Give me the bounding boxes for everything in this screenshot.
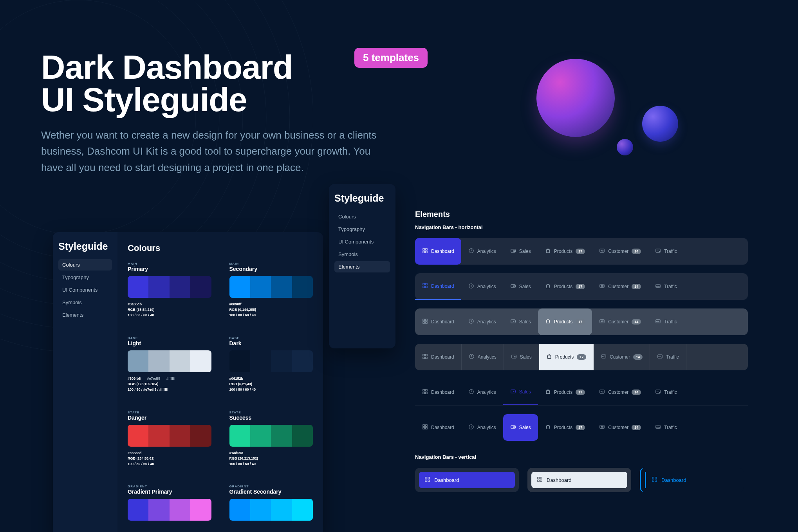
nav-dashboard[interactable]: Dashboard [531,472,627,488]
sidebar-item-symbols[interactable]: Symbols [58,297,112,308]
nav-sales[interactable]: Sales [503,273,538,300]
swatch [170,425,190,447]
sidebar-item-colours[interactable]: Colours [334,211,390,222]
svg-rect-29 [426,322,427,323]
colour-swatches [128,425,211,447]
colour-kicker: BASE [128,336,211,340]
nav-analytics[interactable]: Analytics [461,379,503,405]
colours-heading: Colours [128,243,313,253]
user-icon [601,353,607,361]
svg-point-64 [601,426,602,427]
colour-swatches [229,425,313,447]
colour-name: Danger [128,415,211,421]
sidebar-item-symbols[interactable]: Symbols [334,249,390,260]
nav-customer[interactable]: Customer14 [592,379,648,405]
nav-sales[interactable]: Sales [503,414,538,441]
svg-rect-6 [423,249,424,250]
nav-customer[interactable]: Customer14 [592,273,648,300]
clock-icon [468,424,474,431]
colour-block: BASE Dark #06152bRGB (6,21,43)100 / 80 /… [229,336,313,393]
nav-traffic[interactable]: Traffic [648,379,684,405]
swatch [128,276,148,298]
nav-label: Products [554,249,572,254]
window-styleguide-colours: Styleguide Colours Typography UI Compone… [53,232,323,532]
svg-rect-18 [423,286,424,288]
clock-icon [468,283,474,290]
svg-rect-68 [425,480,427,482]
svg-rect-69 [428,480,430,482]
swatch [271,499,292,521]
sidebar-item-typography[interactable]: Typography [58,272,112,283]
colour-kicker: BASE [229,336,313,340]
sidebar-title: Styleguide [58,241,112,252]
nav-dashboard[interactable]: Dashboard [419,472,515,488]
nav-label: Customer [608,284,628,289]
nav-label: Products [554,319,572,325]
nav-dashboard[interactable]: Dashboard [645,472,740,488]
nav-products[interactable]: Products17 [538,308,592,335]
sidebar-item-typography[interactable]: Typography [334,224,390,235]
grid-icon [422,283,428,290]
nav-analytics[interactable]: Analytics [461,308,503,335]
grid-icon [652,476,657,483]
nav-dashboard[interactable]: Dashboard [415,414,461,441]
page-description: Wether you want to create a new design f… [41,127,386,176]
colour-kicker: MAIN [128,262,211,265]
nav-customer[interactable]: Customer14 [594,344,650,370]
clock-icon [468,318,474,325]
nav-traffic[interactable]: Traffic [648,308,684,335]
count-badge: 14 [633,354,643,360]
svg-rect-21 [511,285,515,288]
svg-rect-27 [426,319,427,321]
nav-products[interactable]: Products17 [538,273,592,300]
svg-rect-43 [601,355,606,358]
nav-analytics[interactable]: Analytics [461,238,503,265]
nav-sales[interactable]: Sales [504,344,539,370]
nav-customer[interactable]: Customer14 [592,238,648,265]
sidebar-item-ui-components[interactable]: UI Components [334,236,390,247]
nav-dashboard[interactable]: Dashboard [415,379,461,405]
nav-analytics[interactable]: Analytics [461,414,503,441]
nav-dashboard[interactable]: Dashboard [415,308,461,335]
nav-dashboard[interactable]: Dashboard [415,273,461,300]
svg-rect-12 [514,251,515,252]
navbar-horizontal: Dashboard Analytics Sales Products17 Cus… [415,414,748,441]
nav-label: Dashboard [431,249,454,254]
svg-rect-25 [656,284,660,288]
swatch [148,425,169,447]
nav-products[interactable]: Products17 [539,344,594,370]
nav-traffic[interactable]: Traffic [648,414,684,441]
nav-products[interactable]: Products17 [538,238,592,265]
svg-rect-32 [514,321,515,322]
nav-analytics[interactable]: Analytics [462,344,504,370]
nav-traffic[interactable]: Traffic [648,273,684,300]
nav-traffic[interactable]: Traffic [648,238,684,265]
nav-dashboard[interactable]: Dashboard [415,344,462,370]
nav-traffic[interactable]: Traffic [650,344,686,370]
nav-label: Dashboard [431,425,454,430]
nav-products[interactable]: Products17 [538,379,592,405]
nav-analytics[interactable]: Analytics [461,273,503,300]
nav-label: Traffic [664,249,677,254]
nav-label: Products [554,425,572,430]
sidebar-item-ui-components[interactable]: UI Components [58,284,112,296]
nav-label: Products [554,390,572,395]
colour-block: MAIN Primary #3a36dbRGB (58,54,219)100 /… [128,262,211,318]
nav-customer[interactable]: Customer14 [592,414,648,441]
nav-sales[interactable]: Sales [503,379,538,405]
nav-customer[interactable]: Customer14 [592,308,648,335]
nav-dashboard[interactable]: Dashboard [415,238,461,265]
image-icon [655,318,661,325]
svg-rect-26 [423,319,424,321]
sidebar-item-elements[interactable]: Elements [334,261,390,272]
sidebar-item-elements[interactable]: Elements [58,309,112,321]
sidebar-item-colours[interactable]: Colours [58,259,112,271]
nav-sales[interactable]: Sales [503,238,538,265]
swatch [229,499,250,521]
svg-rect-37 [426,354,427,356]
swatch [292,499,313,521]
count-badge: 14 [632,390,641,395]
nav-sales[interactable]: Sales [503,308,538,335]
nav-products[interactable]: Products17 [538,414,592,441]
count-badge: 17 [576,390,585,395]
